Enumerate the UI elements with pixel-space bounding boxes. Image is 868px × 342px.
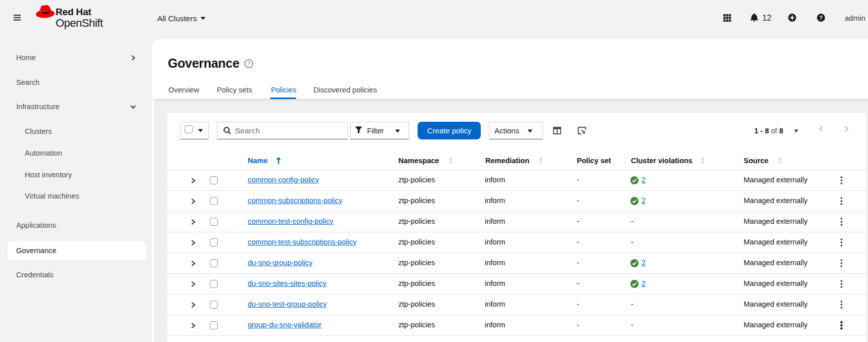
svg-text:?: ? [819,15,823,21]
svg-text:?: ? [247,61,250,67]
